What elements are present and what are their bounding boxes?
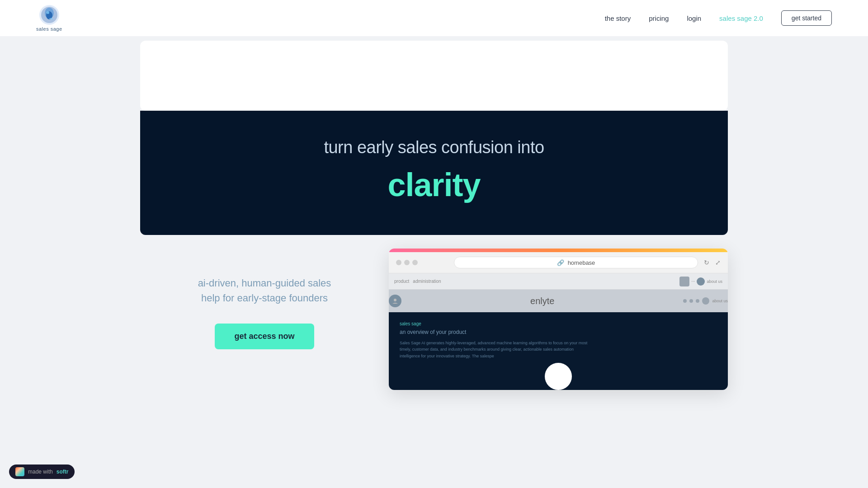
svg-point-4: [47, 11, 49, 14]
nav-sales-sage-2[interactable]: sales sage 2.0: [719, 14, 763, 22]
left-tagline: ai-driven, human-guided sales help for e…: [149, 276, 380, 305]
softr-badge[interactable]: made with softr: [9, 465, 75, 479]
inner-ctrl-icon: [702, 297, 709, 305]
inner-app-header: enlyte about us: [389, 290, 728, 312]
inner-brand-label: sales sage: [400, 321, 717, 326]
inner-dark-body: Sales Sage AI generates highly-leveraged…: [400, 340, 590, 359]
logo-icon: [39, 5, 60, 25]
hero-title: clarity: [158, 166, 710, 203]
inner-ctrl-text: about us: [712, 299, 728, 303]
nav-login[interactable]: login: [687, 14, 701, 22]
inner-ctrl-dot-1: [683, 299, 687, 303]
softr-made-with: made with: [28, 469, 53, 475]
navbar: sales sage the story pricing login sales…: [0, 0, 868, 36]
inner-ctrl-dot-3: [696, 299, 699, 303]
browser-gradient-bar: [389, 249, 728, 252]
browser-mockup: 🔗 homebase ↻ ⤢ product administration: [389, 249, 728, 390]
browser-refresh-icon[interactable]: ↻: [703, 258, 711, 267]
browser-chrome: 🔗 homebase ↻ ⤢: [389, 252, 728, 273]
nav-links: the story pricing login sales sage 2.0 g…: [605, 10, 832, 26]
browser-outer: 🔗 homebase ↻ ⤢ product administration: [389, 249, 728, 390]
inner-circle: [545, 363, 572, 390]
softr-brand-name: softr: [57, 469, 69, 475]
logo[interactable]: sales sage: [36, 5, 62, 32]
toolbar-nav-label: administration: [413, 279, 441, 284]
inner-ctrl-dot-2: [689, 299, 693, 303]
hero-section: turn early sales confusion into clarity: [140, 111, 728, 235]
logo-text: sales sage: [36, 26, 62, 32]
inner-dark-title: an overview of your product: [400, 329, 717, 335]
nav-pricing[interactable]: pricing: [649, 14, 669, 22]
inner-dark-section: sales sage an overview of your product S…: [389, 312, 728, 367]
browser-dot-yellow: [404, 260, 410, 265]
toolbar-brand-label: product: [394, 279, 409, 284]
inner-header-avatar: [389, 295, 401, 307]
browser-dot-green: [412, 260, 418, 265]
svg-point-5: [394, 299, 396, 301]
browser-address-bar[interactable]: 🔗 homebase: [454, 257, 698, 268]
white-top-card: [140, 41, 728, 111]
browser-dots: [396, 260, 418, 265]
address-text: homebase: [568, 259, 595, 266]
page-wrapper: turn early sales confusion into clarity …: [140, 36, 728, 390]
browser-expand-icon[interactable]: ⤢: [715, 259, 721, 266]
inner-controls: about us: [683, 297, 728, 305]
softr-icon: [15, 467, 24, 476]
hero-subtitle: turn early sales confusion into: [158, 138, 710, 157]
get-started-button[interactable]: get started: [781, 10, 832, 26]
address-link-icon: 🔗: [557, 259, 564, 266]
inner-toolbar: product administration ··· about us: [389, 273, 728, 290]
browser-dot-red: [396, 260, 401, 265]
get-access-now-button[interactable]: get access now: [215, 324, 314, 349]
lower-section: ai-driven, human-guided sales help for e…: [140, 235, 728, 390]
nav-the-story[interactable]: the story: [605, 14, 631, 22]
left-content: ai-driven, human-guided sales help for e…: [140, 249, 380, 349]
inner-circle-container: [389, 367, 728, 390]
browser-inner: product administration ··· about us: [389, 273, 728, 390]
inner-company-name: enlyte: [530, 296, 554, 306]
